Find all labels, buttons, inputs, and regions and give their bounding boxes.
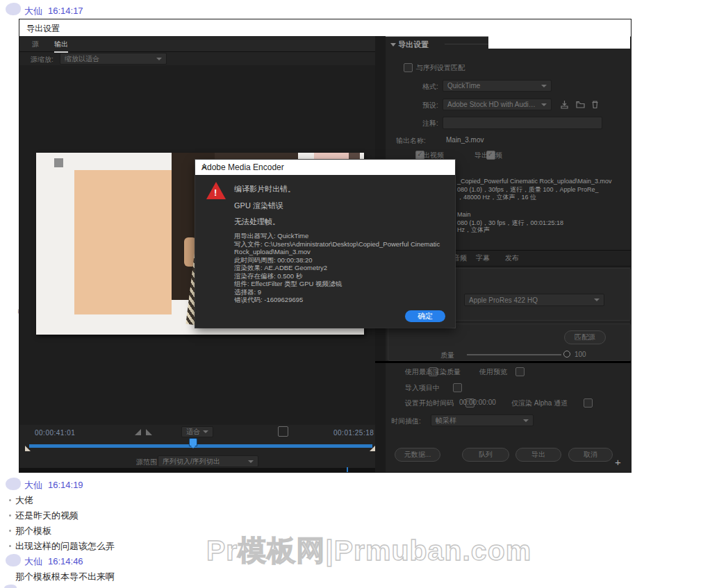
output-name-label: 输出名称: [396,136,426,146]
time-interpolation-dropdown[interactable]: 帧采样 [431,414,534,426]
tab-captions[interactable]: 字幕 [476,253,490,263]
export-button[interactable]: 导出 [515,448,561,462]
import-into-project-checkbox[interactable] [453,383,462,392]
use-previews-checkbox[interactable] [515,367,525,376]
source-range-label: 源范围 [136,457,157,467]
error-detail-line: 此时间码周围: 00:00:38:20 [234,256,443,264]
panel-edge-glyph: ⁝ [17,308,23,317]
window-title: 导出设置 [26,23,60,35]
playhead[interactable] [189,438,197,446]
preset-value: Adobe Stock HD with Audio (Appl... [447,101,538,108]
chat-header: 大仙16:14:17 [24,5,83,17]
ok-button[interactable]: 确定 [405,310,445,322]
start-timecode-value: 00:00:00:00 [459,398,496,406]
format-value: QuickTime [447,82,538,90]
delete-preset-icon[interactable] [591,100,600,109]
avatar[interactable] [4,585,17,588]
time-interpolation-label: 时间插值: [391,417,421,426]
chevron-down-icon [541,103,547,106]
range-end-handle[interactable] [370,446,375,451]
source-range-value: 序列切入/序列切出 [163,457,245,467]
close-icon[interactable]: × [201,162,448,173]
export-video-label: 导出视频 [416,151,444,160]
plus-icon[interactable]: + [615,456,621,468]
comments-input[interactable] [443,117,602,129]
render-alpha-label: 仅渲染 Alpha 通道 [511,398,568,408]
set-out-point-icon[interactable] [146,429,152,435]
current-timecode: 00:00:41:01 [35,429,75,437]
chat-username[interactable]: 大仙 [24,480,42,490]
tab-audio[interactable]: 音频 [453,253,467,263]
source-scaling-label: 源缩放: [31,55,53,65]
source-range-dropdown[interactable]: 序列切入/序列切出 [158,455,258,467]
chat-timestamp: 16:14:46 [48,556,83,566]
error-detail-line: 错误代码: -1609629695 [234,296,443,304]
output-name-value[interactable]: Main_3.mov [446,136,484,144]
format-dropdown[interactable]: QuickTime [443,80,552,92]
quality-value: 100 [575,351,586,358]
bullet-icon [9,545,11,547]
chat-username[interactable]: 大仙 [24,556,42,566]
preset-dropdown[interactable]: Adobe Stock HD with Audio (Appl... [443,99,552,110]
chat-message: 还是昨天的视频 [15,510,79,522]
error-detail-line: 渲染效果: AE.ADBE Geometry2 [234,264,443,272]
window-bottom-strip [19,468,375,472]
error-line-2: GPU 渲染错误 [234,201,283,211]
quality-label: 质量 [440,351,454,360]
avatar[interactable] [6,478,21,490]
quality-slider-knob[interactable] [563,351,570,358]
zoom-fit-value: 适合 [186,427,200,437]
section-collapse-icon[interactable] [390,43,396,47]
summary-line: Hz，立体声 [457,226,490,235]
zoom-fit-dropdown[interactable]: 适合 [181,426,213,437]
source-scaling-value: 缩放以适合 [65,54,154,64]
queue-button[interactable]: 队列 [462,448,509,462]
save-preset-icon[interactable] [560,100,569,109]
chat-message: 出现这样的问题该怎么弄 [15,540,115,553]
source-scaling-dropdown[interactable]: 缩放以适合 [60,53,167,65]
forum-page: 大仙16:14:17 导出设置 源 输出 源缩放: 缩放以适合 [0,0,710,588]
time-interpolation-value: 帧采样 [436,416,520,426]
watermark: Pr模板网|Prmuban.com [206,532,531,570]
comments-label: 注释: [422,119,438,128]
summary-line: _Copied_Powerful Cinematic Rock_upload\M… [457,178,612,185]
chat-username[interactable]: 大仙 [24,6,42,16]
set-in-point-icon[interactable] [135,429,141,435]
source-output-tabbar [19,36,375,52]
tab-publish[interactable]: 发布 [505,253,519,263]
dialog-titlebar[interactable]: Adobe Media Encoder × [195,160,455,175]
section-separator[interactable] [375,361,631,363]
progress-cursor [347,467,348,472]
crop-icon[interactable] [278,426,288,437]
chat-timestamp: 16:14:17 [48,6,83,16]
video-codec-dropdown[interactable]: Apple ProRes 422 HQ [464,294,604,306]
metadata-button[interactable]: 元数据... [395,448,440,462]
duration-timecode: 00:01:25:18 [333,429,374,437]
warning-icon: ! [206,182,226,199]
bullet-icon [9,499,11,501]
avatar[interactable] [6,554,21,566]
match-sequence-checkbox[interactable] [404,63,413,72]
cancel-button[interactable]: 取消 [568,448,613,462]
tab-source[interactable]: 源 [32,40,39,49]
error-dialog: Adobe Media Encoder × ! 编译影片时出错。 GPU 渲染错… [195,160,455,328]
start-timecode-label: 设置开始时间码 [405,398,454,408]
chevron-down-icon [541,85,547,87]
tab-output[interactable]: 输出 [54,40,68,53]
error-detail-line: 组件: EffectFilter 类型 GPU 视频滤镜 [234,280,443,288]
format-label: 格式: [422,82,438,92]
render-alpha-checkbox[interactable] [584,398,593,408]
match-source-button[interactable]: 匹配源 [564,330,606,344]
chevron-down-icon [594,299,600,301]
chat-message: 那个模板 [15,525,51,537]
quality-slider-track[interactable] [467,354,561,355]
import-preset-icon[interactable] [576,100,585,109]
frame-peach-panel [74,170,172,314]
match-sequence-label: 与序列设置匹配 [416,63,465,73]
timeline-scrubber[interactable] [29,444,372,448]
summary-line: Main [457,211,471,218]
chat-message: 大佬 [15,494,33,507]
avatar[interactable] [6,3,21,15]
censored-region [488,19,630,49]
export-settings-header: 导出设置 [398,40,429,50]
